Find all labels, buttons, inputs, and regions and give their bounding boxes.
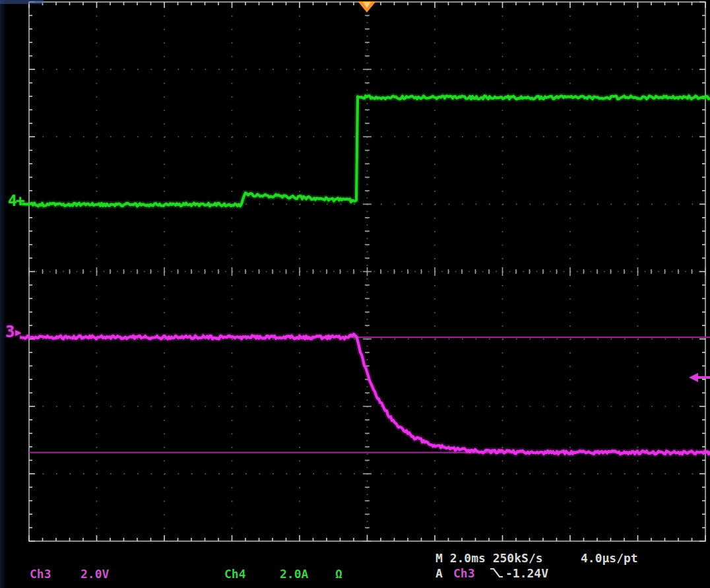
ch4-scale: 2.0A xyxy=(280,567,308,581)
ch4-ground-marker: 4+ xyxy=(8,192,24,209)
photo-edge-tint xyxy=(0,0,7,588)
ch3-scale: 2.0V xyxy=(81,567,109,581)
ch3-label: Ch3 xyxy=(30,567,51,581)
oscilloscope-screen: 4+ 3▸ Ch3 2.0V Ch4 2.0A Ω M 2.0ms 250kS/… xyxy=(0,0,710,588)
trigger-level-arrow-tail xyxy=(697,376,710,379)
photo-glare-streak xyxy=(0,0,44,4)
sample-resolution-readout: 4.0µs/pt xyxy=(581,551,638,565)
graticule-and-traces xyxy=(0,0,710,588)
trigger-source: Ch3 xyxy=(453,566,475,580)
trigger-prefix: A xyxy=(436,566,443,580)
ch4-coupling-ohm: Ω xyxy=(335,567,342,581)
trigger-level-readout: -1.24V xyxy=(505,566,548,580)
timebase-readout: M 2.0ms 250kS/s xyxy=(436,551,543,565)
ch3-ground-marker: 3▸ xyxy=(5,323,22,341)
trigger-position-marker-inner xyxy=(363,2,371,8)
ch4-label: Ch4 xyxy=(224,567,246,581)
falling-slope-icon xyxy=(489,568,503,579)
